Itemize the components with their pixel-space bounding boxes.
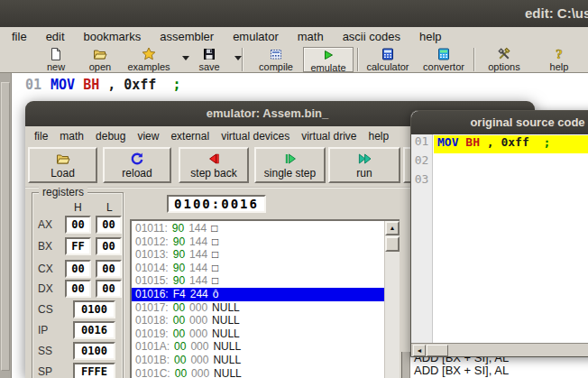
register-CX-low-field[interactable]: 00 <box>96 260 122 278</box>
menu-item-file[interactable]: file <box>34 130 48 143</box>
register-DX-low-field[interactable]: 00 <box>96 280 122 298</box>
register-SS-field[interactable]: 0100 <box>73 342 115 360</box>
code-token-register: BH <box>83 77 99 93</box>
memory-row[interactable]: 01013:90144□ <box>132 248 384 262</box>
register-BX-low-field[interactable]: 00 <box>96 237 122 255</box>
register-DX-high-field[interactable]: 00 <box>65 280 91 298</box>
menu-item-ascii-codes[interactable]: ascii codes <box>343 30 400 43</box>
memory-row[interactable]: 0101A:00000NULL <box>132 340 384 354</box>
menu-item-external[interactable]: external <box>170 130 209 143</box>
emulator-reload-button[interactable]: reload <box>103 147 171 183</box>
memory-row[interactable]: 01014:90144□ <box>132 262 384 275</box>
toolbar-separator <box>242 48 243 71</box>
memory-decimal-value: 000 <box>189 314 207 327</box>
memory-row[interactable]: 01011:90144□ <box>132 222 384 235</box>
register-row-CS: CS0100 <box>32 300 123 319</box>
menu-item-assembler[interactable]: assembler <box>160 30 214 43</box>
emulate-play-icon <box>321 48 335 62</box>
toolbar-help-button[interactable]: ?help <box>537 47 581 72</box>
memory-row[interactable]: 01012:90144□ <box>132 235 384 249</box>
toolbar-calculator-button[interactable]: calculator <box>359 47 417 72</box>
memory-address: 0101C: <box>135 367 170 378</box>
register-AX-high-field[interactable]: 00 <box>65 216 91 234</box>
toolbar-new-button[interactable]: new <box>36 47 76 72</box>
register-SP-field[interactable]: FFFE <box>73 363 115 378</box>
memory-scrollbar[interactable]: ▲ <box>384 221 400 378</box>
scrollbar-thumb[interactable] <box>385 236 400 252</box>
memory-address: 01011: <box>135 222 168 235</box>
memory-address: 0101A: <box>135 340 170 353</box>
source-horizontal-scrollbar[interactable]: ◄ <box>411 343 588 356</box>
menu-item-file[interactable]: file <box>12 30 27 43</box>
toolbar-emulate-button[interactable]: emulate <box>303 47 354 72</box>
toolbar-options-button[interactable]: options <box>479 47 529 72</box>
source-window-body[interactable]: 010203 MOV BH , 0xff ; <box>411 134 588 343</box>
disassembly-left-edge <box>402 352 410 378</box>
memory-decimal-value: 000 <box>189 327 207 340</box>
register-BX-high-field[interactable]: FF <box>65 237 91 255</box>
register-row-DX: DX0000 <box>32 280 123 299</box>
emulator-step-back-button[interactable]: step back <box>179 147 249 183</box>
toolbar-compile-button[interactable]: compile <box>253 47 299 72</box>
scroll-left-icon[interactable]: ◄ <box>413 345 426 356</box>
toolbar-convertor-button[interactable]: convertor <box>417 47 471 72</box>
edit-window-titlebar[interactable]: edit: C:\us <box>0 0 588 27</box>
memory-row[interactable]: 01016:F4244ô <box>132 288 384 301</box>
code-token-comment: ; <box>172 77 180 93</box>
menu-item-view[interactable]: view <box>137 130 159 143</box>
register-name: CX <box>38 263 53 275</box>
source-window-titlebar[interactable]: original source code <box>411 111 588 134</box>
memory-row[interactable]: 01015:90144□ <box>132 274 384 288</box>
menu-item-math[interactable]: math <box>298 30 324 43</box>
register-CS-field[interactable]: 0100 <box>73 300 115 318</box>
register-CX-high-field[interactable]: 00 <box>65 260 91 278</box>
toolbar-save-button[interactable]: save <box>189 47 229 72</box>
toolbar-button-label: emulate <box>310 63 345 73</box>
menu-item-bookmarks[interactable]: bookmarks <box>84 30 142 43</box>
memory-address-field[interactable]: 0100:0016 <box>167 195 266 213</box>
scrollbar-thumb[interactable] <box>1 82 10 371</box>
memory-row[interactable]: 0101C:00000NULL <box>132 367 384 378</box>
scrollbar-thumb[interactable] <box>427 345 448 356</box>
register-AX-low-field[interactable]: 00 <box>96 216 122 234</box>
memory-row[interactable]: 0101B:00000NULL <box>132 354 384 367</box>
menu-item-virtual-devices[interactable]: virtual devices <box>221 130 289 143</box>
toolbar-open-button[interactable]: open <box>80 47 120 72</box>
memory-hex-value: 00 <box>175 367 187 378</box>
source-line[interactable] <box>434 173 588 191</box>
dropdown-arrow-icon[interactable] <box>182 56 189 64</box>
menu-item-help[interactable]: help <box>369 130 390 143</box>
menu-item-math[interactable]: math <box>60 130 84 143</box>
menu-item-help[interactable]: help <box>419 30 442 43</box>
source-gutter: 010203 <box>411 134 433 343</box>
run-icon <box>357 152 372 166</box>
emulator-single-step-button[interactable]: single step <box>254 147 326 183</box>
memory-row[interactable]: 01017:00000NULL <box>132 301 384 315</box>
memory-hex-value: 90 <box>173 248 185 261</box>
menu-item-debug[interactable]: debug <box>96 130 125 143</box>
emulator-Load-button[interactable]: Load <box>28 147 97 183</box>
menu-item-virtual-drive[interactable]: virtual drive <box>301 130 356 143</box>
scroll-up-icon[interactable]: ▲ <box>385 221 400 235</box>
register-row-SS: SS0100 <box>32 342 123 361</box>
step-back-icon <box>207 152 221 166</box>
source-line[interactable]: MOV BH , 0xff ; <box>434 135 588 153</box>
memory-hex-value: 00 <box>173 314 185 327</box>
toolbar-examples-button[interactable]: examples <box>121 47 177 72</box>
open-folder-icon <box>93 47 107 61</box>
emulator-run-button[interactable]: run <box>328 147 400 183</box>
register-IP-field[interactable]: 0016 <box>73 321 115 339</box>
edit-code-line: MOV BH , 0xff ; <box>51 77 181 93</box>
dropdown-arrow-icon[interactable] <box>234 56 242 64</box>
memory-row[interactable]: 01019:00000NULL <box>132 327 384 341</box>
calculator-icon <box>381 47 395 61</box>
memory-row[interactable]: 01018:00000NULL <box>132 314 384 327</box>
memory-address: 01017: <box>135 301 169 314</box>
examples-star-icon <box>142 47 156 61</box>
code-token-plain: 0xff <box>501 135 528 149</box>
edit-vertical-scrollbar[interactable] <box>0 73 12 378</box>
menu-item-emulator[interactable]: emulator <box>233 30 279 43</box>
menu-item-edit[interactable]: edit <box>46 30 65 43</box>
toolbar-separator <box>473 48 474 71</box>
source-line[interactable] <box>434 154 588 172</box>
